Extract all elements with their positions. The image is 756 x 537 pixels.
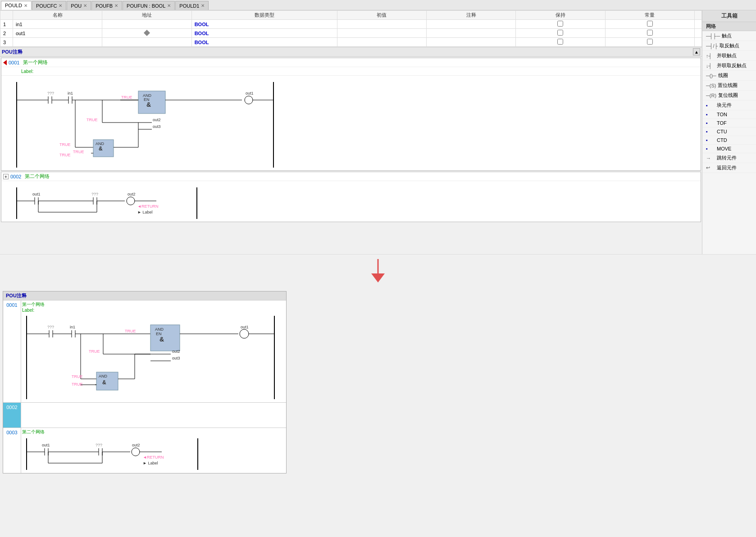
tab-poufun[interactable]: POUFUN : BOOL ✕	[123, 1, 175, 10]
row2-addr[interactable]	[102, 29, 191, 38]
jump-icon: →	[706, 155, 715, 161]
tab-poufun-close[interactable]: ✕	[167, 3, 171, 8]
toolbox-item-coil[interactable]: ─()─ 线圈	[702, 71, 756, 81]
toolbox-item-reset-coil[interactable]: ─(R) 复位线圈	[702, 91, 756, 100]
network-1-svg: ??? in1 AND EN & TRUE	[1, 76, 285, 170]
svg-text:???: ???	[47, 91, 54, 96]
expanded-net3-title: 第二个网络	[22, 429, 285, 435]
tab-pou[interactable]: POU ✕	[67, 1, 91, 10]
row1-initval[interactable]	[337, 20, 426, 29]
arrow-section	[0, 254, 756, 288]
row3-constant[interactable]	[605, 38, 694, 47]
expanded-network-1-svg: ??? in1 TRUE AND EN &	[22, 314, 279, 401]
svg-text:out2: out2	[172, 349, 180, 354]
tab-pouLD1-close[interactable]: ✕	[201, 3, 205, 8]
par-neg-contact-label: 并联取反触点	[717, 62, 747, 69]
set-coil-label: 置位线圈	[718, 82, 738, 89]
svg-text:AND: AND	[99, 374, 108, 378]
toolbox-item-tof[interactable]: ▪ TOF	[702, 119, 756, 127]
col-retain-header: 保持	[516, 11, 605, 20]
coil-label: 线圈	[718, 72, 728, 79]
expanded-network-1: 0001 第一个网络 Label: ???	[3, 300, 286, 403]
tof-label: TOF	[717, 120, 727, 126]
svg-text:out1: out1	[42, 443, 50, 447]
svg-text:&: &	[99, 146, 103, 152]
network-2-header: + 0002 第二个网络	[1, 172, 701, 181]
reset-coil-label: 复位线圈	[718, 92, 738, 99]
col-constant-header: 常量	[605, 11, 694, 20]
net3-body: 第二个网络 out1 ???	[21, 428, 286, 473]
svg-text:◄RETURN: ◄RETURN	[137, 204, 158, 209]
row1-retain[interactable]	[516, 20, 605, 29]
row2-retain[interactable]	[516, 29, 605, 38]
svg-text:TRUE: TRUE	[121, 95, 132, 100]
tab-pouLD1[interactable]: POULD1 ✕	[175, 1, 209, 10]
row1-num: 1	[0, 20, 13, 29]
tab-pou-label: POU	[71, 3, 82, 9]
toolbox-item-ret[interactable]: ↩ 返回元件	[702, 163, 756, 173]
toolbox-item-contact[interactable]: ─┤├─ 触点	[702, 31, 756, 41]
row1-name[interactable]: in1	[13, 20, 102, 29]
tab-poucfc[interactable]: POUCFC ✕	[32, 1, 66, 10]
ret-label: 返回元件	[717, 164, 737, 171]
toolbox-item-move[interactable]: ▪ MOVE	[702, 145, 756, 153]
neg-contact-label: 取反触点	[720, 42, 739, 49]
expand-btn-2[interactable]: +	[3, 174, 9, 179]
row2-comment[interactable]	[426, 29, 515, 38]
row3-addr[interactable]	[102, 38, 191, 47]
expanded-pou-header: POU注释	[3, 291, 286, 300]
tab-pouLD-close[interactable]: ✕	[24, 3, 27, 8]
net3-num-col: 0003	[3, 428, 21, 473]
svg-text:◄RETURN: ◄RETURN	[143, 455, 164, 460]
row3-comment[interactable]	[426, 38, 515, 47]
row1-constant[interactable]	[605, 20, 694, 29]
tab-poufb[interactable]: POUFB ✕	[91, 1, 122, 10]
tab-bar: POULD ✕ POUCFC ✕ POU ✕ POUFB ✕ POUFUN : …	[0, 0, 756, 10]
pou-editor[interactable]: POU注释 ▲ 0001 第一个网络 Label:	[0, 47, 702, 254]
var-row-3: 3 BOOL	[0, 38, 702, 47]
move-icon: ▪	[706, 146, 715, 151]
toolbox-item-set-coil[interactable]: ─(S) 置位线圈	[702, 81, 756, 91]
row2-initval[interactable]	[337, 29, 426, 38]
tab-poufb-close[interactable]: ✕	[114, 3, 118, 8]
toolbox-item-ton[interactable]: ▪ TON	[702, 110, 756, 119]
jump-label: 跳转元件	[717, 155, 737, 161]
row3-name[interactable]	[13, 38, 102, 47]
row2-constant[interactable]	[605, 29, 694, 38]
network-1-block: 0001 第一个网络 Label:	[1, 58, 701, 171]
row1-addr[interactable]	[102, 20, 191, 29]
svg-text:TRUE: TRUE	[72, 374, 83, 379]
toolbox-item-ctu[interactable]: ▪ CTU	[702, 127, 756, 136]
row1-comment[interactable]	[426, 20, 515, 29]
svg-text:TRUE: TRUE	[89, 349, 100, 354]
row2-num: 2	[0, 29, 13, 38]
collapse-arrow-1[interactable]	[3, 60, 7, 65]
row2-name[interactable]: out1	[13, 29, 102, 38]
toolbox-item-ctd[interactable]: ▪ CTD	[702, 136, 756, 145]
svg-text:&: &	[159, 336, 164, 343]
down-arrow	[369, 259, 387, 284]
tab-poucfc-close[interactable]: ✕	[59, 3, 62, 8]
svg-point-111	[132, 448, 140, 456]
pou-editor-scroll-up[interactable]: ▲	[693, 48, 700, 55]
ctd-icon: ▪	[706, 137, 715, 143]
toolbox-item-par-neg-contact[interactable]: ↓┤ 并联取反触点	[702, 61, 756, 71]
svg-text:TRUE: TRUE	[73, 150, 84, 154]
expanded-net1-label: Label:	[22, 308, 285, 313]
toolbox-item-neg-contact[interactable]: ─┤/├ 取反触点	[702, 41, 756, 51]
row3-retain[interactable]	[516, 38, 605, 47]
row3-num: 3	[0, 38, 13, 47]
expanded-net2-num: 0002	[6, 405, 17, 410]
expanded-net3-num: 0003	[6, 430, 17, 435]
tab-pouLD[interactable]: POULD ✕	[1, 1, 32, 10]
toolbox-item-jump[interactable]: → 跳转元件	[702, 153, 756, 163]
row3-initval[interactable]	[337, 38, 426, 47]
svg-text:&: &	[146, 101, 151, 108]
expanded-net1-title: 第一个网络	[22, 301, 285, 308]
var-row-2: 2 out1 BOOL	[0, 29, 702, 38]
toolbox-item-block[interactable]: ▪ 块元件	[702, 100, 756, 110]
toolbox-item-par-contact[interactable]: ↑┤ 并联触点	[702, 51, 756, 61]
network-2-num: 0002	[10, 174, 21, 179]
tab-poufun-label: POUFUN : BOOL	[127, 3, 165, 9]
tab-pou-close[interactable]: ✕	[83, 3, 87, 8]
